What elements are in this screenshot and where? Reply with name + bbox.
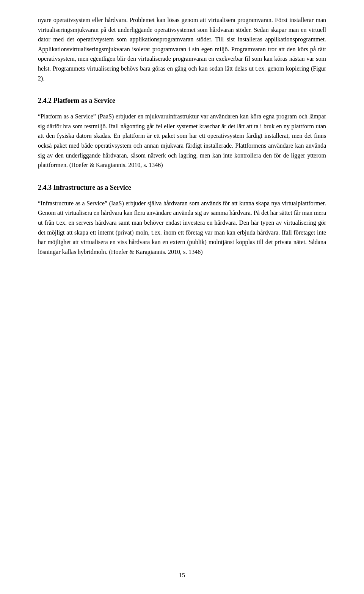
page-number: 15 — [0, 572, 364, 579]
section-iaas: 2.4.3 Infrastructure as a Service “Infra… — [38, 184, 326, 257]
section-paas: 2.4.2 Platform as a Service “Platform as… — [38, 97, 326, 170]
section-iaas-heading: 2.4.3 Infrastructure as a Service — [38, 184, 326, 192]
section-paas-heading: 2.4.2 Platform as a Service — [38, 97, 326, 105]
page: nyare operativsystem eller hårdvara. Pro… — [0, 0, 364, 594]
section-iaas-paragraph-1: “Infrastructure as a Service” (IaaS) erb… — [38, 199, 326, 257]
intro-paragraph: nyare operativsystem eller hårdvara. Pro… — [38, 15, 326, 83]
section-paas-paragraph-1: “Platform as a Service” (PaaS) erbjuder … — [38, 112, 326, 170]
